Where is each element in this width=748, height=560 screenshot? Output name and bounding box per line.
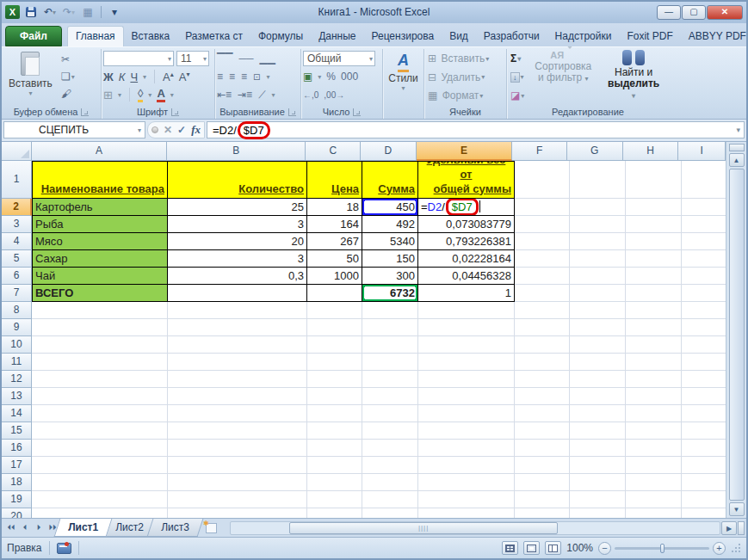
cell-F14[interactable] — [515, 405, 570, 422]
cell-F11[interactable] — [515, 354, 570, 371]
merge-center-icon[interactable]: ⊡ — [253, 72, 260, 82]
row-header-18[interactable]: 18 — [2, 474, 32, 491]
font-name-combo[interactable]: ▾ — [103, 51, 174, 66]
header-cell-E1[interactable]: Удельный вес отобщей суммы — [418, 161, 515, 199]
tab-Foxit PDF[interactable]: Foxit PDF — [619, 27, 680, 46]
underline-button[interactable]: Ч — [130, 71, 138, 83]
insert-cells-button[interactable]: ⊞ Вставить▾ — [426, 52, 504, 66]
cell-I15[interactable] — [682, 422, 726, 440]
v-scroll-thumb[interactable] — [729, 169, 745, 502]
formula-input[interactable]: =D2/$D7 ▾ — [207, 121, 745, 138]
cell-G15[interactable] — [570, 422, 626, 440]
cell-I6[interactable] — [682, 268, 726, 285]
cell-I1[interactable] — [682, 161, 726, 199]
page-layout-view-icon[interactable] — [523, 541, 540, 555]
tab-Формулы[interactable]: Формулы — [250, 27, 311, 46]
cell-C12[interactable] — [307, 371, 362, 388]
cell-I17[interactable] — [682, 457, 726, 474]
cell-E19[interactable] — [418, 491, 515, 508]
row-header-7[interactable]: 7 — [2, 285, 32, 302]
cell-D5[interactable]: 150 — [362, 250, 418, 268]
v-split-box[interactable] — [729, 144, 745, 151]
horizontal-scrollbar[interactable]: |||| ▶ — [230, 519, 746, 537]
cut-icon[interactable]: ✂ — [59, 52, 77, 67]
cell-E16[interactable] — [418, 440, 515, 457]
column-header-G[interactable]: G — [567, 142, 623, 161]
borders-icon[interactable]: ⊞ — [103, 89, 113, 102]
page-break-view-icon[interactable] — [545, 541, 561, 555]
row-header-19[interactable]: 19 — [2, 491, 32, 508]
column-header-B[interactable]: B — [167, 142, 306, 161]
cell-F6[interactable] — [515, 268, 570, 285]
vertical-scrollbar[interactable]: ▲ ▼ — [726, 142, 746, 519]
row-header-8[interactable]: 8 — [2, 302, 32, 319]
cell-A17[interactable] — [32, 457, 168, 474]
autosum-button[interactable]: Σ▾ — [509, 52, 526, 66]
zoom-thumb[interactable] — [660, 544, 665, 553]
column-header-C[interactable]: C — [306, 142, 361, 161]
cell-G13[interactable] — [570, 388, 626, 405]
dialog-launcher-icon[interactable] — [288, 108, 296, 116]
cell-G7[interactable] — [570, 285, 626, 302]
comma-style-button[interactable]: 000 — [341, 71, 358, 83]
cell-C11[interactable] — [307, 354, 362, 371]
delete-cells-button[interactable]: ⊟ Удалить▾ — [426, 70, 504, 84]
cell-F5[interactable] — [515, 250, 570, 268]
cell-F10[interactable] — [515, 336, 570, 354]
name-box-splitter[interactable] — [151, 126, 158, 133]
first-sheet-icon[interactable]: ⏴⏴ — [5, 523, 17, 532]
cell-H16[interactable] — [626, 440, 682, 457]
cell-D15[interactable] — [362, 422, 418, 440]
h-split-box[interactable] — [738, 521, 745, 535]
cell-A16[interactable] — [32, 440, 168, 457]
cell-C5[interactable]: 50 — [307, 250, 362, 268]
fill-color-icon[interactable]: ◊ — [138, 87, 143, 102]
cell-C10[interactable] — [307, 336, 362, 354]
cell-I9[interactable] — [682, 319, 726, 336]
align-bottom-icon[interactable]: ▁▁ — [259, 52, 275, 65]
cell-H2[interactable] — [626, 199, 682, 216]
cell-E5[interactable]: 0,02228164 — [418, 250, 515, 268]
cell-B9[interactable] — [168, 319, 307, 336]
row-header-20[interactable]: 20 — [2, 508, 32, 519]
header-cell-C1[interactable]: Цена — [307, 161, 362, 199]
cell-H4[interactable] — [626, 233, 682, 250]
styles-button[interactable]: A Стили▾ — [383, 50, 423, 94]
row-header-14[interactable]: 14 — [2, 405, 32, 422]
cell-I5[interactable] — [682, 250, 726, 268]
formula-bar-expand-icon[interactable]: ▾ — [736, 126, 740, 134]
scroll-right-icon[interactable]: ▶ — [721, 521, 737, 535]
cell-A9[interactable] — [32, 319, 168, 336]
cell-D7[interactable]: 6732 — [362, 285, 418, 302]
zoom-in-icon[interactable]: + — [713, 542, 726, 555]
italic-button[interactable]: К — [119, 71, 126, 83]
cell-A14[interactable] — [32, 405, 168, 422]
cell-H15[interactable] — [626, 422, 682, 440]
cell-F4[interactable] — [515, 233, 570, 250]
cell-D9[interactable] — [362, 319, 418, 336]
cell-D20[interactable] — [362, 508, 418, 519]
cell-D3[interactable]: 492 — [362, 216, 418, 233]
cell-I3[interactable] — [682, 216, 726, 233]
column-header-D[interactable]: D — [361, 142, 417, 161]
cell-C3[interactable]: 164 — [307, 216, 362, 233]
cell-B2[interactable]: 25 — [168, 199, 307, 216]
cell-B19[interactable] — [168, 491, 307, 508]
cell-G17[interactable] — [570, 457, 626, 474]
maximize-button[interactable]: ▢ — [682, 5, 706, 20]
cell-C19[interactable] — [307, 491, 362, 508]
align-right-icon[interactable]: ≡ — [241, 71, 247, 83]
cell-A12[interactable] — [32, 371, 168, 388]
clear-button[interactable]: ◪▾ — [509, 89, 526, 103]
cell-C15[interactable] — [307, 422, 362, 440]
column-header-E[interactable]: E — [417, 142, 512, 161]
cell-I4[interactable] — [682, 233, 726, 250]
cell-I20[interactable] — [682, 508, 726, 519]
cell-D6[interactable]: 300 — [362, 268, 418, 285]
cell-F1[interactable] — [515, 161, 570, 199]
cell-H9[interactable] — [626, 319, 682, 336]
sheet-tab-Лист1[interactable]: Лист1 — [54, 519, 113, 537]
dialog-launcher-icon[interactable] — [171, 108, 179, 116]
quick-print-icon[interactable]: ▦ — [80, 5, 96, 20]
cell-D11[interactable] — [362, 354, 418, 371]
